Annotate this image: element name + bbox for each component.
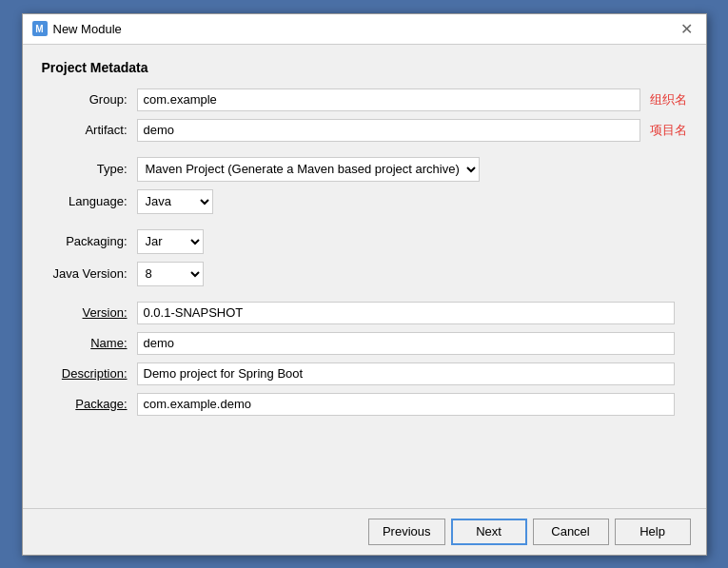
description-input[interactable] — [137, 362, 675, 385]
close-button[interactable]: ✕ — [678, 19, 697, 38]
type-label: Type: — [42, 162, 137, 176]
language-label: Language: — [42, 194, 137, 208]
package-label: Package: — [42, 397, 137, 411]
cancel-button[interactable]: Cancel — [533, 519, 609, 545]
packaging-label: Packaging: — [42, 234, 137, 248]
section-title: Project Metadata — [42, 60, 687, 75]
dialog-title: New Module — [53, 22, 122, 36]
name-label: Name: — [42, 336, 137, 350]
version-row: Version: — [42, 302, 687, 324]
artifact-annotation: 项目名 — [650, 122, 687, 139]
title-bar-left: M New Module — [32, 21, 122, 36]
dialog-icon: M — [32, 21, 48, 36]
java-version-select[interactable]: 8 11 17 — [137, 262, 204, 286]
description-label: Description: — [42, 366, 137, 381]
version-label: Version: — [42, 305, 137, 320]
dialog-body: Project Metadata Group: 组织名 Artifact: 项目… — [23, 45, 706, 508]
java-version-label: Java Version: — [42, 266, 137, 281]
artifact-input[interactable] — [137, 119, 640, 142]
type-row: Type: Maven Project (Generate a Maven ba… — [42, 157, 687, 182]
package-input[interactable] — [137, 393, 675, 416]
group-row: Group: 组织名 — [42, 88, 687, 111]
type-select[interactable]: Maven Project (Generate a Maven based pr… — [137, 157, 480, 182]
packaging-select[interactable]: Jar War — [137, 229, 204, 254]
title-bar: M New Module ✕ — [23, 14, 706, 45]
language-row: Language: Java Kotlin Groovy — [42, 189, 687, 214]
name-input[interactable] — [137, 332, 675, 355]
packaging-row: Packaging: Jar War — [42, 229, 687, 254]
group-annotation: 组织名 — [650, 91, 687, 108]
language-select[interactable]: Java Kotlin Groovy — [137, 189, 213, 214]
next-button[interactable]: Next — [451, 519, 527, 545]
previous-button[interactable]: Previous — [368, 519, 445, 545]
artifact-label: Artifact: — [42, 123, 137, 137]
dialog-footer: Previous Next Cancel Help — [23, 508, 706, 555]
name-row: Name: — [42, 332, 687, 355]
group-label: Group: — [42, 92, 137, 107]
artifact-row: Artifact: 项目名 — [42, 119, 687, 142]
help-button[interactable]: Help — [615, 519, 691, 545]
java-version-row: Java Version: 8 11 17 — [42, 262, 687, 286]
new-module-dialog: M New Module ✕ Project Metadata Group: 组… — [22, 13, 707, 556]
package-row: Package: — [42, 393, 687, 416]
version-input[interactable] — [137, 302, 675, 324]
group-input[interactable] — [137, 88, 640, 111]
description-row: Description: — [42, 362, 687, 385]
